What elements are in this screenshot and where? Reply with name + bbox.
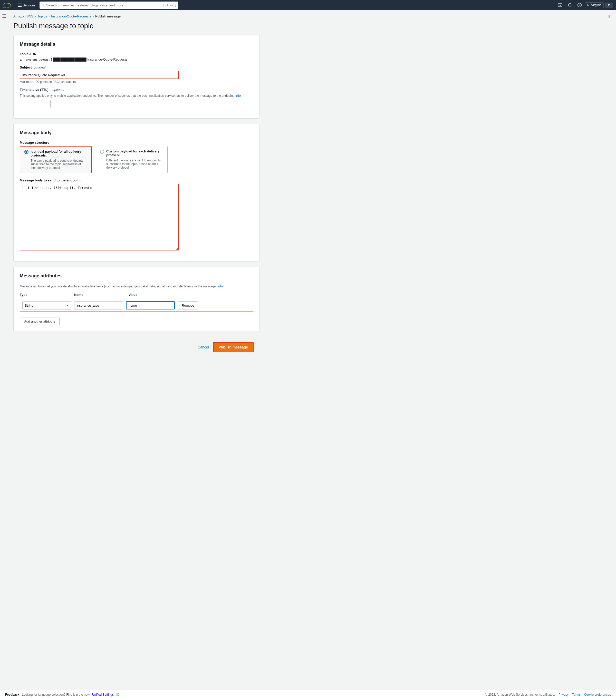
subject-hint: Maximum 100 printable ASCII characters <box>20 80 253 84</box>
help-icon[interactable]: ? <box>575 2 584 9</box>
footer-copyright: © 2022, Amazon Web Services, Inc. or its… <box>485 693 555 696</box>
svg-rect-6 <box>558 4 562 7</box>
footer-right: © 2022, Amazon Web Services, Inc. or its… <box>485 693 611 696</box>
top-navigation: aws Services [Option+S] ? N. Virginia ▼ <box>0 0 616 10</box>
ttl-field: Time to Live (TTL) - optional This setti… <box>20 88 253 108</box>
svg-text:aws: aws <box>3 6 6 8</box>
topic-arn-field: Topic ARN arn:aws:sns:us-east-1:████████… <box>20 52 253 61</box>
ttl-info-link[interactable]: Info <box>235 94 241 97</box>
attribute-value-input[interactable] <box>126 301 175 309</box>
topic-arn-value: arn:aws:sns:us-east-1:██████████████:Ins… <box>20 57 253 61</box>
ttl-label: Time to Live (TTL) - optional <box>20 88 253 92</box>
ttl-optional: - optional <box>50 88 64 92</box>
page-info-icon[interactable]: ℹ <box>608 14 610 19</box>
notifications-icon[interactable] <box>565 2 574 9</box>
breadcrumb-amazon-sns[interactable]: Amazon SNS <box>13 14 34 18</box>
col-name-label: Name <box>74 293 126 296</box>
add-attribute-button[interactable]: Add another attribute <box>20 317 60 325</box>
col-type-label: Type <box>20 293 71 296</box>
message-body-textarea[interactable]: 1 Townhouse, 1500 sq ft, Toronto <box>20 184 179 250</box>
ttl-desc: This setting applies only to mobile appl… <box>20 93 253 98</box>
account-menu[interactable]: ▼ <box>605 3 613 8</box>
subject-input[interactable] <box>20 71 179 79</box>
publish-message-button[interactable]: Publish message <box>213 342 253 352</box>
svg-line-5 <box>44 6 44 6</box>
message-body-container: 1 1 Townhouse, 1500 sq ft, Toronto <box>20 184 179 251</box>
aws-logo[interactable]: aws <box>3 2 12 8</box>
message-attributes-title: Message attributes <box>20 273 253 279</box>
breadcrumb-sep-1: › <box>35 15 36 18</box>
identical-payload-option[interactable]: Identical payload for all delivery proto… <box>20 146 92 173</box>
footer-language-text: Looking for language selection? Find it … <box>22 693 90 696</box>
message-body-title: Message body <box>20 130 253 135</box>
message-body-field: Message body to send to the endpoint 1 1… <box>20 179 253 251</box>
message-attributes-card: Message attributes Message attributes le… <box>13 267 260 332</box>
search-shortcut: [Option+S] <box>163 4 176 7</box>
svg-text:?: ? <box>579 4 580 7</box>
action-bar: Cancel Publish message <box>13 337 260 357</box>
message-structure-options: Identical payload for all delivery proto… <box>20 146 253 173</box>
unified-settings-link[interactable]: Unified Settings <box>92 693 114 696</box>
services-label: Services <box>23 3 36 7</box>
footer-privacy-link[interactable]: Privacy <box>559 693 568 696</box>
footer-terms-link[interactable]: Terms <box>572 693 580 696</box>
attribute-name-input[interactable] <box>74 301 123 309</box>
sidebar-toggle[interactable]: ☰ <box>0 10 9 699</box>
footer-cookie-prefs-link[interactable]: Cookie preferences <box>584 693 611 696</box>
type-select[interactable]: String Number Binary <box>22 301 71 309</box>
topic-arn-label: Topic ARN <box>20 52 253 56</box>
attributes-header: Type Name Value <box>20 293 253 296</box>
message-structure-label: Message structure <box>20 141 253 144</box>
message-structure-field: Message structure Identical payload for … <box>20 141 253 173</box>
svg-rect-1 <box>18 4 22 4</box>
message-body-label: Message body to send to the endpoint <box>20 179 253 182</box>
col-value-label: Value <box>129 293 180 296</box>
identical-payload-desc: The same payload is sent to endpoints su… <box>30 159 87 170</box>
main-content: Amazon SNS › Topics › Insurance-Quote-Re… <box>9 10 266 699</box>
cloud-shell-icon[interactable] <box>556 2 564 9</box>
custom-payload-title: Custom payload for each delivery protoco… <box>106 149 163 157</box>
remove-attribute-button[interactable]: Remove <box>178 301 198 309</box>
svg-rect-2 <box>18 5 22 5</box>
breadcrumb-sep-3: › <box>93 15 94 18</box>
breadcrumb: Amazon SNS › Topics › Insurance-Quote-Re… <box>13 14 260 18</box>
breadcrumb-topics[interactable]: Topics <box>38 14 47 18</box>
message-details-title: Message details <box>20 42 253 47</box>
breadcrumb-current: Publish message <box>95 14 121 18</box>
attributes-info-link[interactable]: Info <box>218 284 223 288</box>
services-button[interactable]: Services <box>16 2 38 8</box>
svg-rect-3 <box>18 6 22 7</box>
subject-optional: optional <box>34 65 46 69</box>
attribute-row: String Number Binary ▼ Remove <box>20 299 253 312</box>
identical-payload-title: Identical payload for all delivery proto… <box>30 149 87 157</box>
subject-label: Subject optional <box>20 65 253 69</box>
region-selector[interactable]: N. Virginia <box>585 2 604 8</box>
search-bar[interactable]: [Option+S] <box>40 2 178 9</box>
subject-field: Subject optional Maximum 100 printable A… <box>20 65 253 84</box>
footer: Feedback Looking for language selection?… <box>0 690 616 699</box>
message-attributes-desc: Message attributes let you provide struc… <box>20 284 253 289</box>
custom-payload-radio[interactable] <box>100 149 104 154</box>
feedback-button[interactable]: Feedback <box>5 693 19 696</box>
type-select-wrapper: String Number Binary ▼ <box>22 301 71 309</box>
external-link-icon <box>116 693 119 696</box>
message-details-card: Message details Topic ARN arn:aws:sns:us… <box>13 35 260 119</box>
footer-left: Feedback Looking for language selection?… <box>5 693 119 696</box>
nav-icons: ? N. Virginia ▼ <box>556 2 613 9</box>
identical-payload-radio[interactable] <box>24 150 28 154</box>
page-title: Publish message to topic <box>13 22 260 30</box>
ttl-input[interactable] <box>20 100 51 108</box>
message-body-card: Message body Message structure Identical… <box>13 124 260 262</box>
custom-payload-desc: Different payloads are sent to endpoints… <box>106 159 163 169</box>
search-input[interactable] <box>46 3 161 7</box>
custom-payload-option[interactable]: Custom payload for each delivery protoco… <box>96 146 168 173</box>
breadcrumb-sep-2: › <box>49 15 50 18</box>
cancel-button[interactable]: Cancel <box>198 345 209 349</box>
breadcrumb-topic-name[interactable]: Insurance-Quote-Requests <box>51 14 91 18</box>
svg-point-4 <box>42 4 44 6</box>
